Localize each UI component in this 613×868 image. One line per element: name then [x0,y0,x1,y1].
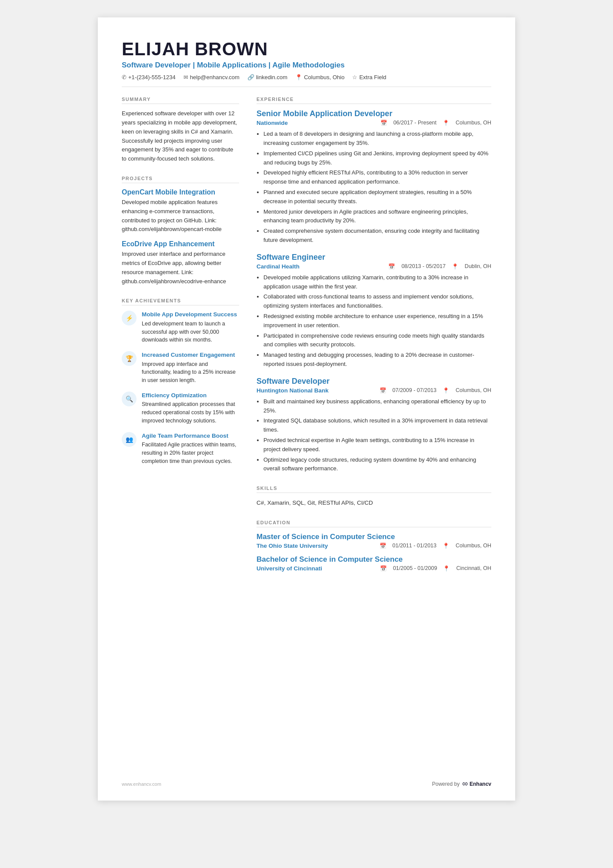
skills-title: SKILLS [257,486,491,493]
job-bullet: Optimized legacy code structures, reduci… [263,456,491,474]
job-bullet: Collaborated with cross-functional teams… [263,292,491,311]
calendar-icon: 📅 [380,120,387,126]
achievement-desc: Improved app interface and functionality… [142,360,239,385]
projects-title: PROJECTS [122,176,239,183]
resume-page: ELIJAH BROWN Software Developer | Mobile… [98,17,515,801]
achievement-desc: Streamlined application processes that r… [142,400,239,425]
edu-location: Cincinnati, OH [456,565,491,572]
achievement-item: 👥Agile Team Performance BoostFacilitated… [122,432,239,466]
location-value: Columbus, Ohio [304,74,344,80]
footer: www.enhancv.com Powered by ∞ Enhancv [122,779,491,788]
location-icon: 📍 [443,565,450,572]
job-date: 08/2013 - 05/2017 [401,263,445,270]
contact-email: ✉ help@enhancv.com [183,74,240,80]
achievement-icon: ⚡ [122,311,137,325]
contact-bar: ✆ +1-(234)-555-1234 ✉ help@enhancv.com 🔗… [122,74,491,87]
linkedin-icon: 🔗 [247,74,254,80]
job-bullets: Developed mobile applications utilizing … [257,273,491,369]
powered-by-text: Powered by [432,781,460,787]
extra-value: Extra Field [359,74,386,80]
achievement-content: Efficiency OptimizationStreamlined appli… [142,392,239,425]
job-bullet: Integrated SQL database solutions, which… [263,416,491,435]
calendar-icon: 📅 [380,565,387,572]
project-title: EcoDrive App Enhancement [122,240,239,248]
achievements-section: KEY ACHIEVEMENTS ⚡Mobile App Development… [122,298,239,465]
job-details: 📅08/2013 - 05/2017📍Dublin, OH [388,263,491,270]
job-location: Dublin, OH [465,263,491,270]
brand-name: Enhancv [470,781,491,787]
linkedin-value: linkedin.com [256,74,287,80]
edu-location: Columbus, OH [456,543,491,549]
achievement-title: Agile Team Performance Boost [142,432,239,440]
edu-school: The Ohio State University [257,543,328,549]
summary-title: SUMMARY [122,97,239,104]
body-layout: SUMMARY Experienced software developer w… [122,97,491,584]
job-bullets: Led a team of 8 developers in designing … [257,130,491,245]
right-column: EXPERIENCE Senior Mobile Application Dev… [257,97,491,584]
calendar-icon: 📅 [380,387,386,394]
candidate-name: ELIJAH BROWN [122,39,491,59]
job-meta: Cardinal Health📅08/2013 - 05/2017📍Dublin… [257,263,491,270]
location-icon: 📍 [295,74,302,80]
job-title: Software Developer [257,377,491,386]
achievement-item: 🏆Increased Customer EngagementImproved a… [122,351,239,385]
job-company: Cardinal Health [257,263,300,270]
job-date: 06/2017 - Present [393,120,436,126]
location-icon: 📍 [443,387,450,394]
experience-title: EXPERIENCE [257,97,491,104]
job-bullet: Built and maintained key business applic… [263,397,491,416]
skills-section: SKILLS C#, Xamarin, SQL, Git, RESTful AP… [257,486,491,508]
achievement-item: ⚡Mobile App Development SuccessLed devel… [122,311,239,344]
jobs-list: Senior Mobile Application DeveloperNatio… [257,109,491,473]
job-title: Software Engineer [257,253,491,262]
left-column: SUMMARY Experienced software developer w… [122,97,239,584]
job-bullets: Built and maintained key business applic… [257,397,491,473]
job-company: Huntington National Bank [257,387,329,394]
edu-meta: University of Cincinnati📅01/2005 - 01/20… [257,565,491,572]
job-company: Nationwide [257,120,288,126]
job-bullet: Developed mobile applications utilizing … [263,273,491,292]
job-bullet: Implemented CI/CD pipelines using Git an… [263,149,491,168]
achievement-content: Increased Customer EngagementImproved ap… [142,351,239,385]
job-bullet: Participated in comprehensive code revie… [263,332,491,350]
location-icon: 📍 [452,263,459,270]
job-location: Columbus, OH [456,120,491,126]
education-list: Master of Science in Computer ScienceThe… [257,533,491,572]
email-value: help@enhancv.com [190,74,240,80]
summary-section: SUMMARY Experienced software developer w… [122,97,239,164]
contact-extra: ☆ Extra Field [352,74,386,80]
location-icon: 📍 [443,120,450,126]
job-bullet: Created comprehensive system documentati… [263,227,491,245]
job-bullet: Developed highly efficient RESTful APIs,… [263,168,491,187]
achievement-desc: Facilitated Agile practices within teams… [142,441,239,465]
achievement-icon: 👥 [122,432,137,447]
education-section: EDUCATION Master of Science in Computer … [257,520,491,572]
project-title: OpenCart Mobile Integration [122,188,239,196]
location-icon: 📍 [443,543,450,549]
achievement-title: Efficiency Optimization [142,392,239,399]
job-meta: Nationwide📅06/2017 - Present📍Columbus, O… [257,120,491,126]
job-bullet: Provided technical expertise in Agile te… [263,436,491,454]
achievement-desc: Led development team to launch a success… [142,320,239,344]
edu-date: 01/2005 - 01/2009 [393,565,437,572]
calendar-icon: 📅 [388,263,395,270]
job-bullet: Planned and executed secure application … [263,188,491,206]
contact-location: 📍 Columbus, Ohio [295,74,344,80]
phone-icon: ✆ [122,74,127,80]
job-date: 07/2009 - 07/2013 [393,387,436,394]
achievement-icon: 🔍 [122,392,137,406]
achievement-content: Mobile App Development SuccessLed develo… [142,311,239,344]
job-details: 📅06/2017 - Present📍Columbus, OH [380,120,491,126]
achievement-title: Mobile App Development Success [142,311,239,318]
summary-text: Experienced software developer with over… [122,109,239,164]
job-bullet: Redesigned existing mobile architecture … [263,312,491,330]
footer-brand: Powered by ∞ Enhancv [432,779,491,788]
projects-list: OpenCart Mobile IntegrationDeveloped mob… [122,188,239,286]
job-details: 📅07/2009 - 07/2013📍Columbus, OH [380,387,491,394]
star-icon: ☆ [352,74,357,80]
edu-details: 📅01/2011 - 01/2013📍Columbus, OH [380,543,491,549]
edu-school: University of Cincinnati [257,565,322,572]
achievements-title: KEY ACHIEVEMENTS [122,298,239,305]
achievement-content: Agile Team Performance BoostFacilitated … [142,432,239,466]
project-desc: Developed mobile application features en… [122,198,239,234]
